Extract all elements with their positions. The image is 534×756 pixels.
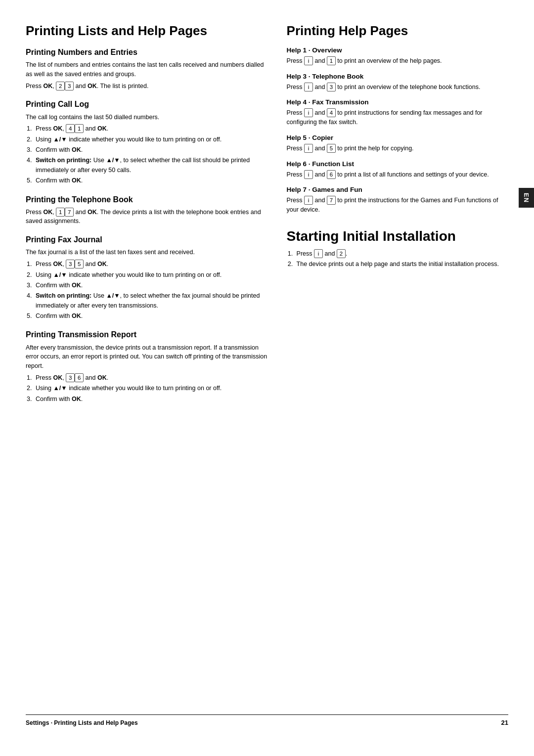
help1-title: Help 1 · Overview	[287, 46, 508, 54]
fax-journal-steps: Press OK, 35 and OK. Using ▲/▼ indicate …	[34, 260, 271, 321]
list-item: Using ▲/▼ indicate whether you would lik…	[34, 135, 271, 144]
list-item: Confirm with OK.	[34, 395, 271, 404]
list-item: Using ▲/▼ indicate whether you would lik…	[34, 384, 271, 393]
footer-right-text: 21	[501, 719, 508, 726]
list-item: Switch on printing: Use ▲/▼, to select w…	[34, 291, 271, 311]
main-columns: Printing Lists and Help Pages Printing N…	[26, 24, 508, 714]
numbers-entries-body: The list of numbers and entries contains…	[26, 60, 271, 79]
list-item: Press OK, 41 and OK.	[34, 124, 271, 133]
footer-left-text: Settings · Printing Lists and Help Pages	[26, 719, 138, 726]
list-item: Press i and 2.	[295, 249, 508, 259]
help6-title: Help 6 · Function List	[287, 160, 508, 168]
list-item: Confirm with OK.	[34, 281, 271, 290]
page-title-right: Printing Help Pages	[287, 24, 508, 39]
help3-body: Press i and 3 to print an overview of th…	[287, 83, 508, 92]
list-item: Using ▲/▼ indicate whether you would lik…	[34, 270, 271, 280]
starting-installation-title: Starting Initial Installation	[287, 228, 508, 244]
section-transmission-report-title: Printing Transmission Report	[26, 330, 271, 339]
right-column: Printing Help Pages Help 1 · Overview Pr…	[287, 24, 508, 714]
transmission-report-body: After every transmission, the device pri…	[26, 343, 271, 371]
transmission-report-steps: Press OK, 36 and OK. Using ▲/▼ indicate …	[34, 373, 271, 404]
footer: Settings · Printing Lists and Help Pages…	[26, 714, 508, 726]
help4-body: Press i and 4 to print instructions for …	[287, 108, 508, 127]
help5-body: Press i and 5 to print the help for copy…	[287, 144, 508, 153]
fax-journal-body: The fax journal is a list of the last te…	[26, 248, 271, 257]
section-numbers-entries-title: Printing Numbers and Entries	[26, 47, 271, 57]
help7-title: Help 7 · Games and Fun	[287, 186, 508, 193]
list-item: Confirm with OK.	[34, 145, 271, 155]
page-title-left: Printing Lists and Help Pages	[26, 24, 271, 39]
section-telephone-book-title: Printing the Telephone Book	[26, 195, 271, 204]
help7-body: Press i and 7 to print the instructions …	[287, 196, 508, 215]
numbers-entries-instruction: Press OK, 23 and OK. The list is printed…	[26, 82, 271, 91]
starting-installation-steps: Press i and 2. The device prints out a h…	[295, 249, 508, 269]
list-item: Press OK, 35 and OK.	[34, 260, 271, 269]
call-log-steps: Press OK, 41 and OK. Using ▲/▼ indicate …	[34, 124, 271, 185]
list-item: Switch on printing: Use ▲/▼, to select w…	[34, 156, 271, 175]
help3-title: Help 3 · Telephone Book	[287, 73, 508, 80]
list-item: The device prints out a help page and st…	[295, 260, 508, 269]
list-item: Press OK, 36 and OK.	[34, 373, 271, 383]
list-item: Confirm with OK.	[34, 311, 271, 321]
section-fax-journal-title: Printing Fax Journal	[26, 235, 271, 244]
help5-title: Help 5 · Copier	[287, 134, 508, 141]
left-column: Printing Lists and Help Pages Printing N…	[26, 24, 271, 714]
call-log-body: The call log contains the last 50 dialle…	[26, 113, 271, 122]
section-call-log-title: Printing Call Log	[26, 99, 271, 109]
help4-title: Help 4 · Fax Transmission	[287, 98, 508, 106]
page: EN Printing Lists and Help Pages Printin…	[0, 0, 534, 756]
help6-body: Press i and 6 to print a list of all fun…	[287, 170, 508, 179]
list-item: Confirm with OK.	[34, 176, 271, 185]
telephone-book-body: Press OK, 17 and OK. The device prints a…	[26, 208, 271, 226]
language-tab: EN	[519, 188, 534, 208]
help1-body: Press i and 1 to print an overview of th…	[287, 56, 508, 66]
